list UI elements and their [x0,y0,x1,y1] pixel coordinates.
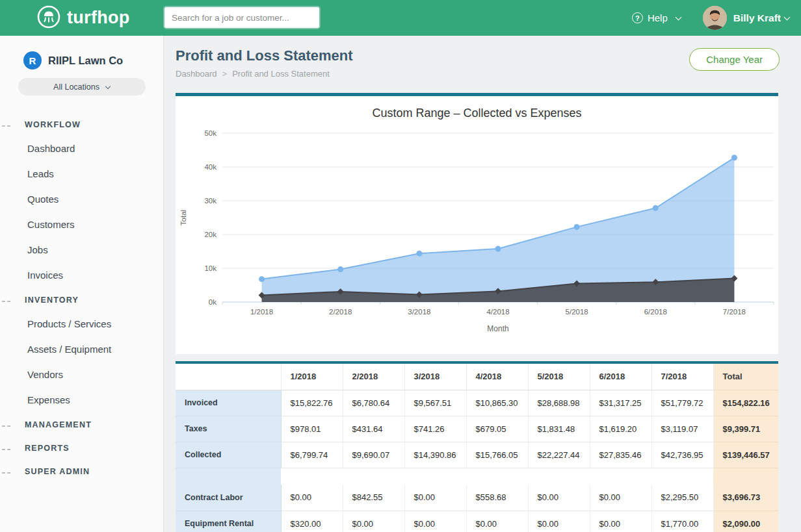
column-header-1-2018: 1/2018 [281,364,343,390]
top-header: turfhop ? Help Billy Kraft [0,0,801,36]
company-name: RIIPL Lawn Co [48,55,123,67]
nav-section-super-admin[interactable]: SUPER ADMIN [0,459,163,483]
sidebar-nav: WORKFLOWDashboardLeadsQuotesCustomersJob… [0,112,163,483]
nav-section-inventory[interactable]: INVENTORY [0,288,163,311]
row-label: Contract Labor [176,485,281,511]
cell-value: $558.68 [466,485,528,511]
cell-value: $9,567.51 [404,390,466,416]
user-menu[interactable]: Billy Kraft [733,12,789,24]
cell-value: $15,766.05 [466,442,528,468]
cell-value: $0.00 [281,485,343,511]
cell-value: $1,619.20 [590,416,651,442]
svg-text:Total: Total [179,210,187,225]
nav-section-reports[interactable]: REPORTS [0,436,163,459]
tree-dash-icon [2,449,10,450]
row-total: $9,399.71 [713,416,778,442]
company: R RIIPL Lawn Co [0,36,163,70]
nav-section-label: INVENTORY [25,296,79,305]
cell-value: $679.05 [466,416,528,442]
change-year-button[interactable]: Change Year [689,48,780,71]
table-row-equipment-rental: Equipment Rental$320.00$0.00$0.00$0.00$0… [176,511,778,532]
cell-value: $31,317.25 [590,390,651,416]
cell-value: $15,822.76 [281,390,343,416]
cell-value: $2,295.50 [651,485,713,511]
tree-dash-icon [2,472,10,474]
main-content: Profit and Loss Statement Dashboard>Prof… [164,36,801,532]
breadcrumb-separator: > [222,69,228,79]
sidebar-item-dashboard[interactable]: Dashboard [0,136,163,161]
cell-value: $0.00 [404,485,466,511]
cell-value: $0.00 [528,485,590,511]
tree-dash-icon [2,301,10,302]
cell-value: $741.26 [404,416,466,442]
nav-section-label: SUPER ADMIN [25,467,90,476]
chevron-down-icon [784,14,791,20]
row-label: Collected [176,442,281,468]
chevron-down-icon [105,83,111,88]
row-label: Invoiced [176,390,281,416]
sidebar-item-quotes[interactable]: Quotes [0,186,163,212]
cell-value: $9,690.07 [343,442,404,468]
help-label: Help [648,12,668,23]
row-total: $3,696.73 [713,485,778,511]
table-row-invoiced: Invoiced$15,822.76$6,780.64$9,567.51$10,… [176,390,778,416]
cell-value: $51,779.72 [651,390,713,416]
cell-value: $0.00 [590,511,651,532]
locations-dropdown[interactable]: All Locations [18,78,146,95]
column-header-4-2018: 4/2018 [466,364,528,390]
cell-value: $1,831.48 [528,416,590,442]
svg-text:Month: Month [487,324,508,333]
nav-section-label: REPORTS [25,444,70,453]
column-header-3-2018: 3/2018 [404,364,466,390]
cell-value: $0.00 [590,485,651,511]
sidebar-item-leads[interactable]: Leads [0,161,163,186]
cell-value: $0.00 [466,511,528,532]
nav-section-management[interactable]: MANAGEMENT [0,412,163,436]
row-label: Equipment Rental [176,511,281,532]
sidebar-item-jobs[interactable]: Jobs [0,237,163,262]
column-header-6-2018: 6/2018 [590,364,651,390]
avatar[interactable] [703,6,727,30]
table-corner-cell [176,364,281,390]
row-total: $139,446.57 [713,442,778,468]
turfhop-logo-icon [36,5,61,32]
breadcrumb: Dashboard>Profit and Loss Statement [176,69,330,79]
search-input[interactable] [164,7,319,28]
sidebar-item-invoices[interactable]: Invoices [0,262,163,288]
pl-chart-svg: 0k10k20k30k40k50k1/20182/20183/20184/201… [176,121,778,350]
tree-dash-icon [2,425,10,427]
nav-section-workflow[interactable]: WORKFLOW [0,112,163,136]
company-logo-icon: R [23,51,42,70]
help-menu[interactable]: ? Help [632,12,681,23]
cell-value: $10,865.30 [466,390,528,416]
breadcrumb-item-dashboard[interactable]: Dashboard [176,69,217,79]
svg-text:3/2018: 3/2018 [408,308,430,316]
cell-value: $27,835.46 [590,442,651,468]
cell-value: $320.00 [281,511,343,532]
sidebar-item-vendors[interactable]: Vendors [0,362,163,387]
cell-value: $3,119.07 [651,416,713,442]
breadcrumb-item-profit-and-loss-statement: Profit and Loss Statement [232,69,330,79]
svg-text:0k: 0k [209,298,217,306]
table-body: Invoiced$15,822.76$6,780.64$9,567.51$10,… [176,390,778,532]
svg-text:1/2018: 1/2018 [250,308,273,316]
nav-section-label: MANAGEMENT [25,420,92,429]
svg-text:6/2018: 6/2018 [644,308,667,316]
sidebar-item-products-services[interactable]: Products / Services [0,311,163,336]
tree-dash-icon [2,125,10,127]
cell-value: $42,736.95 [651,442,713,468]
svg-text:40k: 40k [204,163,217,171]
sidebar-item-expenses[interactable]: Expenses [0,387,163,412]
svg-text:20k: 20k [204,231,217,238]
sidebar: R RIIPL Lawn Co All Locations WORKFLOWDa… [0,36,164,532]
sidebar-item-assets-equipment[interactable]: Assets / Equipment [0,336,163,362]
brand-logo[interactable]: turfhop [36,0,130,36]
svg-text:50k: 50k [204,129,217,137]
page-title: Profit and Loss Statement [176,47,353,64]
svg-text:7/2018: 7/2018 [723,308,746,316]
cell-value: $14,390.86 [404,442,466,468]
column-header-5-2018: 5/2018 [528,364,590,390]
total-column-header: Total [713,364,778,390]
sidebar-item-customers[interactable]: Customers [0,212,163,237]
row-label: Taxes [176,416,281,442]
